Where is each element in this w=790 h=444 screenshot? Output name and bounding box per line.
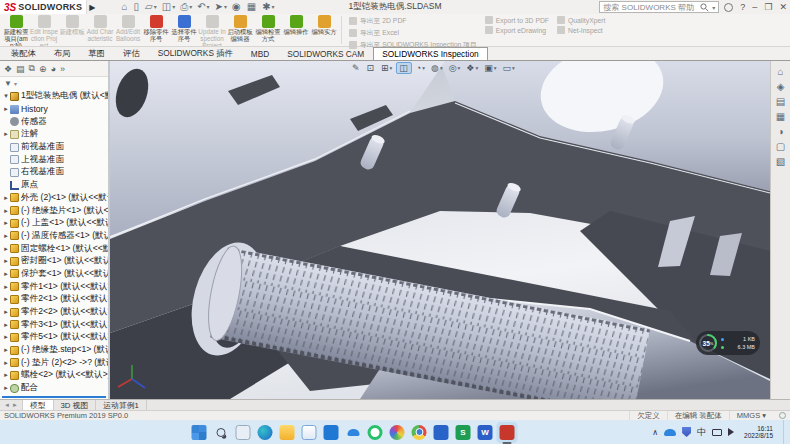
expand-icon[interactable]: ▸ <box>2 283 10 291</box>
tree-item[interactable]: ▸ (-) 绝缘垫片<1> (默认<<默认>_显 <box>0 204 108 217</box>
expand-icon[interactable]: ▸ <box>2 333 10 341</box>
export-edrawing-button[interactable]: Export eDrawing <box>485 26 549 34</box>
restore-button[interactable]: ❐ <box>764 2 772 12</box>
select-balloons-button[interactable]: 选择零件序号 <box>170 14 198 46</box>
tab-sketch[interactable]: 草图 <box>79 46 114 60</box>
expand-icon[interactable]: ▸ <box>2 207 10 215</box>
app-green-icon[interactable] <box>368 425 383 440</box>
graphics-viewport[interactable]: ✎ ⊡ ⊞▾ ◫ ◔▾ ◍▾ ◎▾ ❖▾ ▣▾ ▭▾ <box>110 61 770 399</box>
remove-balloons-button[interactable]: 移除零件序号 <box>142 14 170 46</box>
update-inspection-project-button[interactable]: Update Inspection Project <box>198 14 226 46</box>
launch-template-editor-button[interactable]: 启动模板编辑器 <box>226 14 254 46</box>
ime-indicator[interactable]: 中 <box>697 426 706 439</box>
solidworks-resources-icon[interactable]: ⌂ <box>777 67 783 77</box>
app-w-icon[interactable]: W <box>478 425 493 440</box>
expand-icon[interactable]: ▸ <box>2 346 10 354</box>
appearances-scenes-icon[interactable]: ◑ <box>777 127 783 137</box>
view-orientation-icon[interactable]: ◔▾ <box>414 62 427 74</box>
dimxpert-tab-icon[interactable]: ⊕ <box>39 64 47 74</box>
expand-icon[interactable]: ▾ <box>2 92 10 100</box>
volume-icon[interactable] <box>728 428 738 436</box>
model-tab[interactable]: 模型 <box>23 400 54 410</box>
performance-overlay[interactable]: 35% 1 KB 6.3 MB <box>696 331 760 355</box>
tab-assembly[interactable]: 装配体 <box>2 46 45 60</box>
custom-properties-icon[interactable]: ▢ <box>776 142 785 152</box>
3d-model-canvas[interactable] <box>110 61 770 399</box>
export-3d-pdf-button[interactable]: Export to 3D PDF <box>485 16 549 24</box>
expand-icon[interactable]: ▸ <box>2 245 10 253</box>
minimize-button[interactable]: – <box>752 2 757 12</box>
tree-item[interactable]: ▸ (-) 上盖<1> (默认<<默认>_显示状 <box>0 217 108 230</box>
scroll-left-icon[interactable]: ◄ <box>4 402 10 408</box>
tree-item[interactable]: ▸ 注解 <box>0 128 108 141</box>
edit-inspection-project-button[interactable]: Edit Inspection Project <box>30 14 58 46</box>
scene-icon[interactable]: ▣▾ <box>482 62 498 74</box>
tab-sw-addins[interactable]: SOLIDWORKS 插件 <box>149 46 242 60</box>
search-caret-icon[interactable]: ▾ <box>712 4 715 11</box>
export-excel-button[interactable]: 导出至 Excel <box>349 28 477 38</box>
tree-root[interactable]: ▾ 1型铠装热电偶 (默认<默认_显示状态-1 <box>0 90 108 103</box>
expand-icon[interactable]: ▸ <box>2 219 10 227</box>
chrome-icon[interactable] <box>412 425 427 440</box>
view-palette-icon[interactable]: ▦ <box>776 112 785 122</box>
tree-item[interactable]: ▸ 零件5<1> (默认<<默认>_显示状态 <box>0 331 108 344</box>
propertymanager-tab-icon[interactable]: ▤ <box>16 64 25 74</box>
tab-layout[interactable]: 布局 <box>45 46 80 60</box>
scroll-right-icon[interactable]: ► <box>12 402 18 408</box>
display-style-icon[interactable]: ◍▾ <box>429 62 445 74</box>
select-icon[interactable]: ➤▾ <box>213 1 229 13</box>
expand-icon[interactable]: ▸ <box>2 130 10 138</box>
tree-item[interactable]: 上视基准面 <box>0 153 108 166</box>
show-desktop-button[interactable] <box>783 420 786 444</box>
new-inspection-project-button[interactable]: 新建检查项目(amp;N) <box>2 14 30 46</box>
tab-sw-cam[interactable]: SOLIDWORKS CAM <box>278 47 373 60</box>
tab-evaluate[interactable]: 评估 <box>114 46 149 60</box>
search-icon[interactable] <box>700 3 709 12</box>
edit-operation-button[interactable]: 编辑操作 <box>282 14 310 46</box>
file-properties-icon[interactable]: ▦ <box>245 1 259 13</box>
file-explorer-pane-icon[interactable]: ▤ <box>776 97 785 107</box>
tree-item[interactable]: ▸ 零件3<1> (默认<<默认>_显示状态 <box>0 318 108 331</box>
tree-item[interactable]: 原点 <box>0 179 108 192</box>
file-explorer-icon[interactable] <box>280 425 295 440</box>
tab-scroll-arrows[interactable]: ◄ ► <box>0 400 23 410</box>
tree-item[interactable]: ▸ 保护套<1> (默认<<默认>_显示状 <box>0 268 108 281</box>
tab-mbd[interactable]: MBD <box>242 47 278 60</box>
motion-study-tab[interactable]: 运动算例1 <box>96 400 147 410</box>
tree-item[interactable]: ▸ (-) 垫片 (2)<2> ->? (默认<<默认> <box>0 356 108 369</box>
status-tag-icon[interactable] <box>779 412 786 419</box>
tree-item[interactable]: ▸ 零件1<1> (默认<<默认>_显示状态 <box>0 280 108 293</box>
undo-icon[interactable]: ↶▾ <box>195 1 211 13</box>
net-inspect-button[interactable]: Net-Inspect <box>557 26 605 34</box>
tree-item[interactable]: ▸ 密封圈<1> (默认<<默认>_显示状 <box>0 255 108 268</box>
rebuild-icon[interactable]: ◉ <box>230 1 244 13</box>
tree-item[interactable]: ▸ History <box>0 103 108 116</box>
search-input[interactable]: 搜索 SOLIDWORKS 帮助 ▾ <box>599 1 719 13</box>
expand-icon[interactable]: ▸ <box>2 371 10 379</box>
expand-icon[interactable]: ▸ <box>2 359 10 367</box>
tree-item[interactable]: ▸ 配合 <box>0 382 108 395</box>
tree-item[interactable]: ▸ (-) 绝缘垫.step<1> (默认<<默认> <box>0 344 108 357</box>
add-edit-balloons-button[interactable]: Add/Edit Balloons <box>114 14 142 46</box>
onedrive-icon[interactable] <box>346 425 361 440</box>
expand-icon[interactable]: ▸ <box>2 295 10 303</box>
tree-item[interactable]: 右视基准面 <box>0 166 108 179</box>
tree-item[interactable]: ▸ 固定螺栓<1> (默认<<默认>_显示 <box>0 242 108 255</box>
expand-icon[interactable]: ▸ <box>2 232 10 240</box>
3d-views-tab[interactable]: 3D 视图 <box>54 400 97 410</box>
security-shield-icon[interactable] <box>682 427 691 437</box>
menu-flyout-icon[interactable]: ▶ <box>89 3 95 12</box>
displaymanager-tab-icon[interactable]: ◕ <box>51 64 56 74</box>
section-view-icon[interactable]: ◫ <box>396 62 412 74</box>
store-icon[interactable] <box>324 425 339 440</box>
close-button[interactable]: ✕ <box>779 2 787 12</box>
edit-inspection-method-button[interactable]: 编辑检查方式 <box>254 14 282 46</box>
expand-icon[interactable]: ▸ <box>2 105 10 113</box>
onedrive-tray-icon[interactable] <box>664 429 676 436</box>
mail-icon[interactable] <box>302 425 317 440</box>
solidworks-taskbar-icon[interactable] <box>500 425 515 440</box>
tree-item[interactable]: ▸ (-) 温度传感器<1> (默认<<默认>_ <box>0 230 108 243</box>
expand-icon[interactable]: ▸ <box>2 321 10 329</box>
hide-show-icon[interactable]: ◎▾ <box>447 62 463 74</box>
login-icon[interactable] <box>724 3 733 12</box>
